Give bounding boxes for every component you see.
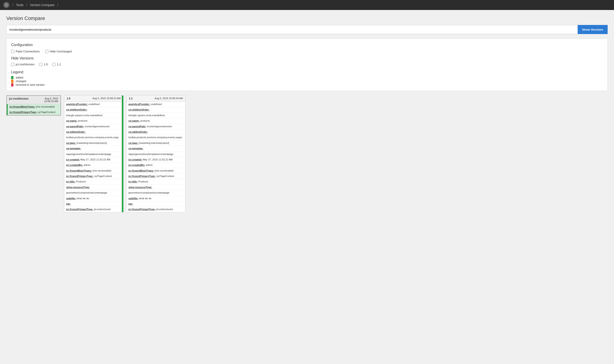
v10-row-frozen: jcr:frozenPriman/Type: pt:unstructured [64, 207, 123, 212]
nav-sep-3: / [57, 3, 58, 7]
nav-page-link[interactable]: Version Compare [30, 3, 55, 7]
v10-row-createdby: jcr:createdBy: admin [64, 162, 123, 168]
root-prop-val-2: cq:PageContent [38, 111, 56, 114]
v10-row-childrenorder: cq:childrenOrder: [64, 107, 123, 113]
show-versions-button[interactable]: Show Versions [578, 25, 608, 34]
version-11-card-header: 1.1 Aug 5, 2015 10:08:44 AM [126, 96, 185, 102]
nav-tools-link[interactable]: Tools [16, 3, 23, 7]
v10-row-childrenorder-val: triangle,square,circle,mandelbrot, [64, 113, 123, 118]
v11-row-resourcetype: sling:resourceType: [126, 185, 185, 190]
v11-row-siblingorder-val: toolbar,products,services,company,events… [126, 135, 185, 140]
v11-row-title: jcr:title: Products [126, 179, 185, 184]
v11-row-parentpath: cq:parentPath: /content/geometrixx/en [126, 124, 185, 129]
v11-row-resourcetype-val: geometrixx/components/contentpage [126, 190, 185, 196]
legend-added-label: added [16, 76, 23, 79]
paint-connections-label[interactable]: Paint Connections [11, 50, 40, 53]
version-11-text: 1.1 [57, 63, 61, 66]
v11-row-tags: cq:tags: [marketing:interest/product] [126, 141, 185, 146]
root-row-1: jcr:frozenMixinTypes: [mix:versionable] [7, 104, 60, 110]
root-prop-val-1: [mix:versionable] [36, 105, 55, 108]
root-card-header-date: Aug 5, 201510:08:10 AM [44, 97, 58, 103]
config-checkboxes-row: Paint Connections Hide Unchanged [11, 50, 603, 53]
legend-removed-color [11, 83, 14, 86]
v10-row-template: cq:template: [64, 146, 123, 151]
v10-row-siblingorder: cq:siblingOrder: [64, 129, 123, 135]
v10-row-analytics: analyticsProvider: undefined [64, 102, 123, 107]
version-jcr-label[interactable]: jcr:rootVersion [11, 63, 35, 66]
page-title: Version Compare [6, 15, 608, 21]
v10-row-siblingorder-val: toolbar,products,services,company,events… [64, 135, 123, 140]
paint-connections-checkbox[interactable] [11, 50, 14, 53]
v10-row-subtitle: subtitle: what we do [64, 196, 123, 201]
green-right-border [122, 96, 123, 212]
v10-row-mixintypes: jcr:frozenMixinTypes: [mix:versionable] [64, 168, 123, 174]
version-10-card-body: analyticsProvider: undefined cq:children… [64, 102, 123, 212]
legend-changed: changed [11, 80, 603, 83]
v11-row-template-val: /apps/geometrixx/templates/contentpage [126, 152, 185, 157]
v10-row-primarytype: jcr:frozenPrimaryType: cq:PageContent [64, 174, 123, 179]
v11-row-createdby: jcr:createdBy: admin [126, 162, 185, 168]
legend-changed-color [11, 80, 14, 83]
root-card-header: jcr:rootVersion Aug 5, 201510:08:10 AM [7, 96, 60, 104]
v10-row-tags: cq:tags: [marketing:interest/product] [64, 141, 123, 146]
hide-unchanged-label[interactable]: Hide Unchanged [45, 50, 72, 53]
main-content: Version Compare Show Versions Configurat… [0, 10, 614, 218]
nav-sep-1: / [12, 3, 13, 7]
v11-row-par: par: [126, 201, 185, 207]
v10-row-template-val: /apps/geometrixx/templates/contentpage [64, 152, 123, 157]
version-11-card: 1.1 Aug 5, 2015 10:08:44 AM analyticsPro… [126, 95, 185, 212]
version-11-checkbox[interactable] [52, 63, 56, 66]
version-10-card-header: 1.0 Aug 5, 2015 10:08:10 AM [64, 96, 123, 102]
hide-unchanged-text: Hide Unchanged [50, 50, 72, 53]
v11-row-name: cq:name: products [126, 118, 185, 124]
root-row-2: jcr:frozenPrimaryType: cq:PageContent [7, 110, 60, 115]
v11-row-analytics: analyticsProvider: undefined [126, 102, 185, 107]
legend-added-color [11, 76, 14, 79]
cards-row: jcr:rootVersion Aug 5, 201510:08:10 AM j… [6, 95, 608, 212]
legend-items: added changed removed in next version [11, 76, 603, 86]
v10-row-parentpath: cq:parentPath: /content/geometrixx/en [64, 124, 123, 129]
legend-added: added [11, 76, 603, 79]
v10-row-title: jcr:title: Products [64, 179, 123, 184]
version-10-text: 1.0 [44, 63, 48, 66]
version-11-date: Aug 5, 2015 10:08:44 AM [155, 97, 183, 100]
config-panel: Configuration Paint Connections Hide Unc… [6, 39, 608, 91]
root-card-body: jcr:frozenMixinTypes: [mix:versionable] … [7, 104, 60, 115]
search-bar: Show Versions [6, 25, 608, 34]
version-11-card-body: analyticsProvider: undefined cq:children… [126, 102, 185, 212]
paint-connections-text: Paint Connections [16, 50, 40, 53]
version-11-label[interactable]: 1.1 [52, 63, 61, 66]
root-card-header-label: jcr:rootVersion [9, 97, 28, 100]
version-10-date: Aug 5, 2015 10:08:10 AM [93, 97, 121, 100]
version-10-label-header: 1.0 [67, 97, 70, 100]
versions-checkboxes-row: jcr:rootVersion 1.0 1.1 [11, 63, 603, 66]
version-jcr-text: jcr:rootVersion [16, 63, 35, 66]
svg-point-1 [6, 4, 7, 6]
legend-changed-label: changed [16, 80, 26, 83]
version-jcr-checkbox[interactable] [11, 63, 14, 66]
hide-unchanged-checkbox[interactable] [45, 50, 48, 53]
version-10-card: 1.0 Aug 5, 2015 10:08:10 AM analyticsPro… [64, 95, 123, 212]
v10-row-created: jcr:created: May 27, 2015 11:52:22 AM [64, 157, 123, 162]
v11-row-primarytype: jcr:frozenPrimaryType: cq:PageContent [126, 174, 185, 179]
path-input[interactable] [6, 25, 578, 34]
v11-row-template: cq:template: [126, 146, 185, 151]
hide-versions-title: Hide Versions [11, 56, 603, 60]
v11-row-subtitle: subtitle: what we do [126, 196, 185, 201]
topnav: / Tools / Version Compare / [0, 0, 614, 10]
version-10-label[interactable]: 1.0 [39, 63, 48, 66]
v11-row-childrenorder-val: triangle,square,circle,mandelbrot, [126, 113, 185, 118]
v10-row-par: par: [64, 201, 123, 207]
app-logo[interactable] [3, 2, 10, 8]
legend-removed-label: removed in next version [16, 83, 44, 86]
version-10-checkbox[interactable] [39, 63, 42, 66]
nav-sep-2: / [26, 3, 27, 7]
v11-row-mixintypes: jcr:frozenMixinTypes: [mix:versionable] [126, 168, 185, 174]
v11-row-childrenorder: cq:childrenOrder: [126, 107, 185, 113]
root-prop-key-2: jcr:frozenPrimaryType: [10, 111, 37, 114]
root-prop-key-1: jcr:frozenMixinTypes: [10, 105, 35, 108]
root-version-card: jcr:rootVersion Aug 5, 201510:08:10 AM j… [6, 95, 61, 116]
legend-removed: removed in next version [11, 83, 603, 86]
config-title: Configuration [11, 43, 603, 47]
v11-row-frozen: jcr:frozenPriman/Type: pt:unstructured [126, 207, 185, 212]
